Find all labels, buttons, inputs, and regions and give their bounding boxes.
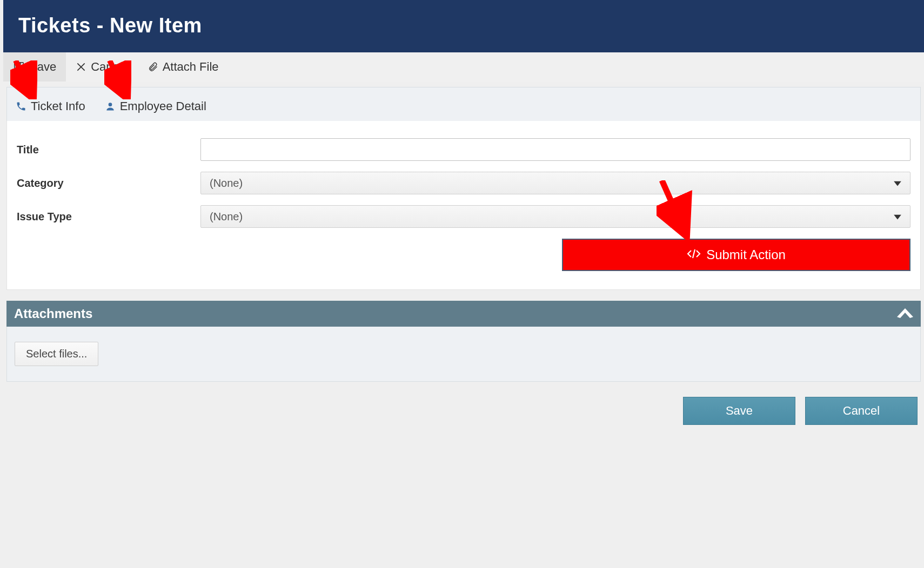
save-icon	[13, 61, 25, 73]
title-input[interactable]	[200, 138, 910, 161]
chevron-down-icon	[894, 177, 901, 190]
issue-type-select-value: (None)	[210, 211, 243, 223]
tab-employee-detail[interactable]: Employee Detail	[105, 99, 206, 113]
select-files-button-label: Select files...	[26, 348, 87, 360]
cancel-button-top-label: Cancel	[91, 60, 128, 74]
save-button-footer-label: Save	[726, 404, 753, 418]
user-icon	[105, 101, 116, 112]
form-panel: Title Category (None) Issue Type	[6, 121, 921, 290]
tab-ticket-info-label: Ticket Info	[31, 99, 85, 113]
tab-employee-detail-label: Employee Detail	[120, 99, 206, 113]
svg-marker-9	[894, 181, 901, 186]
category-select-value: (None)	[210, 177, 243, 190]
cancel-button-footer-label: Cancel	[843, 404, 880, 418]
chevron-down-icon	[894, 211, 901, 223]
chevron-up-icon	[897, 306, 913, 321]
title-label: Title	[17, 144, 200, 156]
svg-point-5	[108, 103, 112, 106]
attach-file-button[interactable]: Attach File	[138, 52, 229, 82]
issue-type-row: Issue Type (None)	[17, 205, 910, 228]
paperclip-icon	[148, 61, 158, 73]
svg-marker-10	[894, 215, 901, 220]
svg-line-12	[693, 249, 695, 258]
tab-bar: Ticket Info Employee Detail	[6, 87, 921, 121]
submit-row: Submit Action	[17, 239, 910, 271]
page-header: Tickets - New Item	[3, 0, 924, 52]
page: Tickets - New Item Save Cancel	[0, 0, 924, 436]
save-button-label: Save	[29, 60, 56, 74]
cancel-button-footer[interactable]: Cancel	[805, 397, 918, 425]
title-row: Title	[17, 138, 910, 161]
cancel-button-top[interactable]: Cancel	[66, 52, 137, 82]
attachments-body: Select files...	[6, 327, 921, 382]
attachments-title: Attachments	[14, 306, 92, 321]
attach-file-button-label: Attach File	[163, 60, 219, 74]
submit-action-label: Submit Action	[706, 247, 786, 262]
issue-type-select[interactable]: (None)	[200, 205, 910, 228]
code-icon	[687, 247, 701, 262]
svg-rect-1	[16, 63, 20, 65]
svg-marker-13	[897, 308, 913, 318]
tab-ticket-info[interactable]: Ticket Info	[16, 99, 85, 113]
select-files-button[interactable]: Select files...	[15, 342, 98, 366]
save-button[interactable]: Save	[3, 52, 66, 82]
close-icon	[76, 62, 86, 72]
content-area: Ticket Info Employee Detail	[3, 82, 924, 436]
category-row: Category (None)	[17, 172, 910, 194]
phone-icon	[16, 101, 26, 112]
footer-actions: Save Cancel	[6, 382, 921, 430]
svg-rect-2	[16, 67, 22, 71]
toolbar: Save Cancel Attach File	[3, 52, 924, 82]
submit-action-button[interactable]: Submit Action	[562, 239, 910, 271]
page-title: Tickets - New Item	[18, 14, 909, 37]
category-label: Category	[17, 177, 200, 190]
issue-type-label: Issue Type	[17, 211, 200, 223]
save-button-footer[interactable]: Save	[683, 397, 795, 425]
category-select[interactable]: (None)	[200, 172, 910, 194]
attachments-header[interactable]: Attachments	[6, 301, 921, 327]
